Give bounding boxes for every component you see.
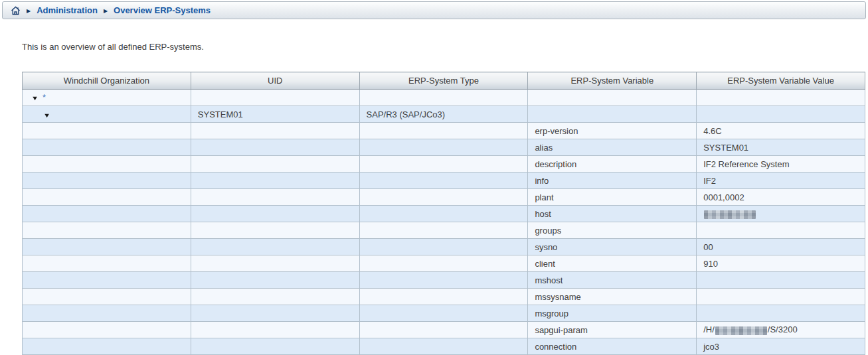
uid-cell — [191, 173, 359, 189]
uid-cell — [191, 289, 359, 305]
type-cell — [359, 206, 528, 222]
erp-systems-table: Windchill Organization UID ERP-System Ty… — [22, 72, 865, 355]
variable-cell — [528, 106, 697, 123]
col-header-erp-system-variable: ERP-System Variable — [528, 72, 697, 90]
type-cell — [359, 255, 528, 272]
org-cell — [23, 239, 191, 255]
uid-cell — [191, 123, 359, 139]
home-icon[interactable] — [11, 6, 21, 15]
org-cell — [23, 305, 191, 322]
uid-cell — [191, 206, 359, 222]
table-row: msgroup — [23, 305, 865, 322]
type-cell — [359, 289, 528, 305]
type-cell — [359, 189, 528, 206]
value-cell — [697, 272, 865, 289]
table-row: client 910 — [23, 255, 865, 272]
variable-cell: groups — [528, 222, 697, 239]
col-header-erp-system-type: ERP-System Type — [359, 72, 528, 90]
uid-cell — [191, 272, 359, 289]
redacted-value — [715, 326, 767, 335]
uid-cell — [191, 322, 359, 338]
breadcrumb-item-administration[interactable]: Administration — [37, 5, 98, 15]
org-cell — [23, 222, 191, 239]
uid-cell: SYSTEM01 — [191, 106, 359, 123]
breadcrumb-separator-icon: ▶ — [27, 8, 31, 13]
type-cell — [359, 305, 528, 322]
expander-icon[interactable]: ▼ — [43, 113, 50, 119]
redacted-value — [704, 210, 756, 219]
value-cell: 00 — [697, 239, 865, 255]
org-cell — [23, 289, 191, 305]
variable-cell: plant — [528, 189, 697, 206]
uid-cell — [191, 139, 359, 156]
org-cell — [23, 173, 191, 189]
expander-icon[interactable]: ▼ — [31, 96, 39, 102]
table-row: sapgui-param /H//S/3200 — [23, 322, 865, 338]
table-row: description IF2 Reference System — [23, 156, 865, 173]
variable-cell: sapgui-param — [528, 322, 697, 338]
uid-cell — [191, 239, 359, 255]
breadcrumb-separator-icon: ▶ — [104, 8, 108, 13]
org-cell — [23, 139, 191, 156]
erp-table-body: ▼* ▼ SYSTEM01 SAP/R3 (SAP/JCo3) erp-vers… — [23, 90, 865, 355]
variable-cell: host — [528, 206, 697, 222]
variable-cell: sysno — [528, 239, 697, 255]
value-cell — [697, 206, 865, 222]
value-cell — [697, 289, 865, 305]
table-row: host — [23, 206, 865, 222]
table-row: info IF2 — [23, 173, 865, 189]
value-cell: SYSTEM01 — [697, 139, 865, 156]
table-row: erp-version 4.6C — [23, 123, 865, 139]
org-cell: ▼* — [23, 90, 191, 106]
value-cell — [697, 222, 865, 239]
page-description: This is an overview of all defined ERP-s… — [22, 42, 868, 52]
org-cell — [23, 156, 191, 173]
value-cell: 4.6C — [697, 123, 865, 139]
table-row: alias SYSTEM01 — [23, 139, 865, 156]
variable-cell: erp-version — [528, 123, 697, 139]
uid-cell — [191, 90, 359, 106]
col-header-windchill-organization: Windchill Organization — [23, 72, 191, 90]
variable-cell: description — [528, 156, 697, 173]
org-cell — [23, 322, 191, 338]
value-cell — [697, 106, 865, 123]
uid-cell — [191, 338, 359, 355]
breadcrumb-item-overview-erp-systems[interactable]: Overview ERP-Systems — [114, 5, 211, 15]
type-cell — [359, 239, 528, 255]
table-row: mshost — [23, 272, 865, 289]
variable-cell — [528, 90, 697, 106]
org-cell — [23, 272, 191, 289]
org-cell — [23, 123, 191, 139]
type-cell — [359, 123, 528, 139]
type-cell: SAP/R3 (SAP/JCo3) — [359, 106, 528, 123]
type-cell — [359, 338, 528, 355]
uid-cell — [191, 255, 359, 272]
variable-cell: info — [528, 173, 697, 189]
variable-cell: alias — [528, 139, 697, 156]
value-cell: 910 — [697, 255, 865, 272]
type-cell — [359, 173, 528, 189]
type-cell — [359, 156, 528, 173]
variable-cell: connection — [528, 338, 697, 355]
value-cell: /H//S/3200 — [697, 322, 865, 338]
table-row: sysno 00 — [23, 239, 865, 255]
uid-cell — [191, 156, 359, 173]
uid-cell — [191, 222, 359, 239]
uid-cell — [191, 189, 359, 206]
table-row: mssysname — [23, 289, 865, 305]
variable-cell: client — [528, 255, 697, 272]
table-row: plant 0001,0002 — [23, 189, 865, 206]
table-row: ▼ SYSTEM01 SAP/R3 (SAP/JCo3) — [23, 106, 865, 123]
org-cell — [23, 338, 191, 355]
type-cell — [359, 322, 528, 338]
variable-cell: mssysname — [528, 289, 697, 305]
org-wildcard-label: * — [43, 93, 46, 102]
type-cell — [359, 272, 528, 289]
uid-cell — [191, 305, 359, 322]
value-cell: jco3 — [697, 338, 865, 355]
value-cell: IF2 Reference System — [697, 156, 865, 173]
value-cell: 0001,0002 — [697, 189, 865, 206]
type-cell — [359, 139, 528, 156]
table-header-row: Windchill Organization UID ERP-System Ty… — [23, 72, 865, 90]
type-cell — [359, 90, 528, 106]
